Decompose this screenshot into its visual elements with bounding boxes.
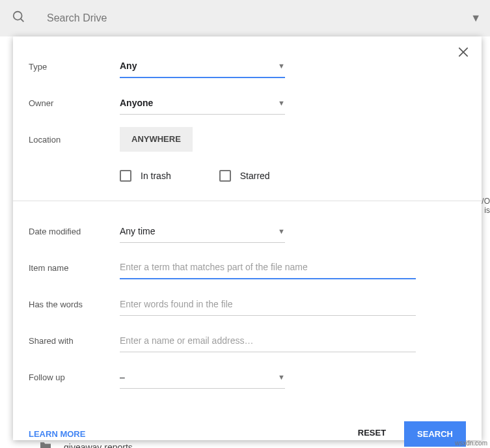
shared-with-input[interactable] [120, 329, 416, 352]
owner-select[interactable]: Anyone ▼ [120, 91, 285, 115]
search-bar: ▼ [0, 0, 490, 36]
reset-button[interactable]: RESET [347, 421, 396, 447]
edge-text: /O is [478, 197, 490, 215]
search-input[interactable] [47, 12, 464, 24]
search-icon [12, 10, 26, 27]
date-modified-label: Date modified [29, 227, 120, 236]
close-icon[interactable] [457, 46, 470, 61]
location-checkbox-row: In trash Starred [29, 163, 466, 189]
starred-label: Starred [240, 171, 270, 181]
divider [13, 201, 482, 201]
watermark: wsxdn.com [455, 440, 487, 447]
shared-with-label: Shared with [29, 336, 120, 346]
owner-label: Owner [29, 98, 120, 108]
dropdown-arrow-icon: ▼ [278, 227, 285, 235]
starred-checkbox[interactable] [219, 170, 231, 182]
learn-more-link[interactable]: LEARN MORE [29, 429, 85, 439]
has-words-label: Has the words [29, 300, 120, 309]
folder-name: giveaway reports [64, 442, 133, 449]
search-options-chevron-icon[interactable]: ▼ [470, 12, 481, 24]
type-label: Type [29, 62, 120, 72]
dropdown-arrow-icon: ▼ [278, 99, 285, 107]
location-label: Location [29, 135, 120, 145]
follow-up-label: Follow up [29, 372, 120, 382]
folder-icon [39, 440, 52, 448]
in-trash-label: In trash [141, 171, 171, 181]
follow-up-value: – [120, 372, 125, 382]
svg-point-0 [14, 12, 22, 20]
advanced-search-panel: Type Any ▼ Owner Anyone ▼ Location ANYWH… [13, 36, 482, 440]
dropdown-arrow-icon: ▼ [278, 373, 285, 381]
type-value: Any [120, 61, 137, 71]
location-anywhere-button[interactable]: ANYWHERE [120, 127, 193, 152]
follow-up-select[interactable]: – ▼ [120, 365, 285, 389]
item-name-input[interactable] [120, 256, 416, 279]
date-modified-value: Any time [120, 226, 155, 236]
in-trash-checkbox[interactable] [120, 170, 131, 182]
folder-row[interactable]: giveaway reports [39, 440, 133, 448]
dropdown-arrow-icon: ▼ [278, 62, 285, 70]
type-select[interactable]: Any ▼ [120, 55, 285, 78]
has-words-input[interactable] [120, 292, 416, 316]
svg-line-1 [21, 19, 24, 22]
owner-value: Anyone [120, 98, 153, 108]
item-name-label: Item name [29, 263, 120, 273]
date-modified-select[interactable]: Any time ▼ [120, 219, 285, 243]
